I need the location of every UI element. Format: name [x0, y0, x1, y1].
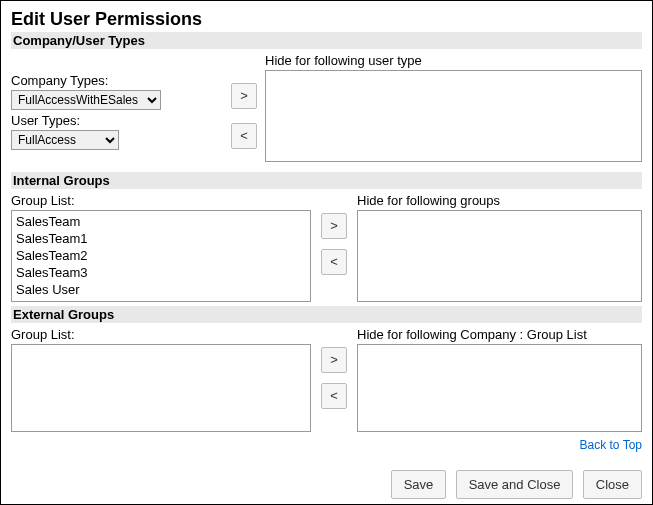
list-item[interactable]: SalesTeam1 [16, 230, 306, 247]
remove-external-group-button[interactable]: < [321, 383, 347, 409]
hide-external-groups-label: Hide for following Company : Group List [357, 327, 642, 342]
save-and-close-button[interactable]: Save and Close [456, 470, 574, 499]
list-item[interactable]: SalesTeam3 [16, 264, 306, 281]
company-types-select[interactable]: FullAccessWithESales [11, 90, 161, 110]
external-group-listbox[interactable] [11, 344, 311, 432]
save-button[interactable]: Save [391, 470, 447, 499]
add-external-group-button[interactable]: > [321, 347, 347, 373]
internal-groups-header: Internal Groups [11, 172, 642, 189]
close-button[interactable]: Close [583, 470, 642, 499]
user-types-label: User Types: [11, 113, 231, 128]
remove-internal-group-button[interactable]: < [321, 249, 347, 275]
list-item[interactable]: Sales User [16, 281, 306, 298]
list-item[interactable]: Technical Administrator [16, 298, 306, 302]
hide-usertype-listbox[interactable] [265, 70, 642, 162]
user-types-select[interactable]: FullAccess [11, 130, 119, 150]
hide-usertype-label: Hide for following user type [265, 53, 642, 68]
list-item[interactable]: SalesTeam2 [16, 247, 306, 264]
hide-internal-groups-label: Hide for following groups [357, 193, 642, 208]
add-usertype-button[interactable]: > [231, 83, 257, 109]
back-to-top-link[interactable]: Back to Top [580, 438, 642, 452]
list-item[interactable]: SalesTeam [16, 213, 306, 230]
hide-external-groups-listbox[interactable] [357, 344, 642, 432]
remove-usertype-button[interactable]: < [231, 123, 257, 149]
add-internal-group-button[interactable]: > [321, 213, 347, 239]
internal-group-list-label: Group List: [11, 193, 311, 208]
external-groups-header: External Groups [11, 306, 642, 323]
external-group-list-label: Group List: [11, 327, 311, 342]
hide-internal-groups-listbox[interactable] [357, 210, 642, 302]
company-user-types-header: Company/User Types [11, 32, 642, 49]
internal-group-listbox[interactable]: SalesTeam SalesTeam1 SalesTeam2 SalesTea… [11, 210, 311, 302]
company-types-label: Company Types: [11, 73, 231, 88]
page-title: Edit User Permissions [11, 9, 642, 30]
